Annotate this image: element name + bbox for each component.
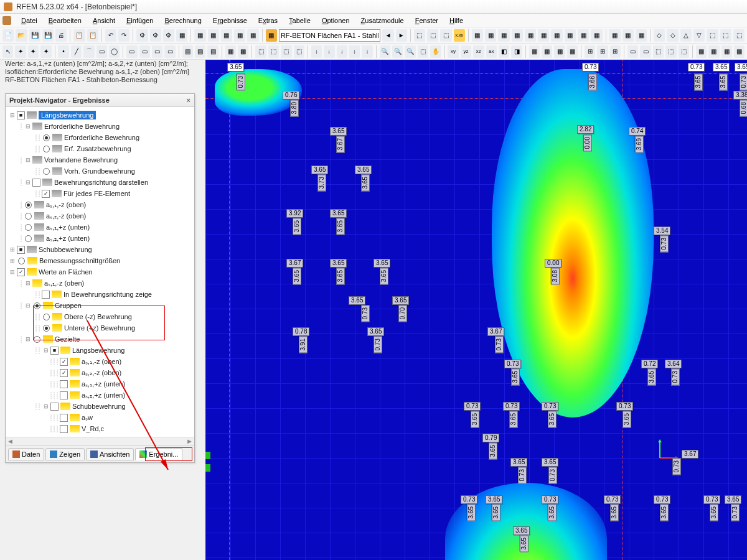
menu-bearbeiten[interactable]: Bearbeiten	[44, 16, 87, 26]
close-icon[interactable]: ×	[187, 96, 190, 104]
tb2-ax2[interactable]: yz	[461, 45, 471, 58]
tb2-p4[interactable]: ▦	[734, 45, 745, 58]
tb-view2[interactable]: ▦	[208, 29, 219, 42]
tb2-pan[interactable]: ✋	[430, 45, 441, 58]
tb2-t[interactable]: ⬚	[268, 45, 279, 58]
tb-prev[interactable]: ◄	[382, 29, 393, 42]
tb-print[interactable]: 🖨	[55, 29, 67, 42]
tree-bew-richt[interactable]: Bewehrungsrichtung darstellen	[54, 179, 148, 186]
tb2-q[interactable]: ▦	[225, 45, 236, 58]
tb-t5[interactable]: ⬚	[707, 29, 718, 42]
tb-r10[interactable]: ▦	[591, 29, 602, 42]
menu-zusatzmodule[interactable]: Zusatzmodule	[356, 16, 409, 26]
menu-ergebnisse[interactable]: Ergebnisse	[208, 16, 252, 26]
tb2-o2[interactable]: ▭	[640, 45, 651, 58]
tb-t2[interactable]: ◇	[667, 29, 678, 42]
tree-erf-bew2[interactable]: Erforderliche Bewehrung	[64, 134, 139, 141]
tb2-p[interactable]: ▤	[207, 45, 218, 58]
tb2-n[interactable]: ▤	[182, 45, 193, 58]
tb2-w[interactable]: ↓	[311, 45, 322, 58]
tb2-l[interactable]: ▭	[152, 45, 162, 58]
tree-vorh-grund[interactable]: Vorh. Grundbewehrung	[64, 167, 135, 175]
tb2-d[interactable]: ✦	[40, 45, 51, 58]
tb-mod-icon[interactable]: ▦	[266, 29, 277, 42]
tb2-o[interactable]: ▤	[195, 45, 205, 58]
tb2-z[interactable]: ↓	[349, 45, 360, 58]
tb2-i[interactable]: ◯	[109, 45, 120, 58]
tb-calc3[interactable]: ⚙	[163, 29, 174, 42]
tab-zeigen[interactable]: Zeigen	[45, 448, 85, 460]
tree-schub[interactable]: Schubbewehrung	[39, 246, 92, 253]
menu-berechnung[interactable]: Berechnung	[159, 16, 206, 26]
tb2-zoom3[interactable]: 🔍	[405, 45, 415, 58]
tb-view3[interactable]: ▦	[221, 29, 232, 42]
tree-erf-zusatz[interactable]: Erf. Zusatzbewehrung	[64, 145, 131, 152]
tb-save[interactable]: 💾	[29, 29, 40, 42]
tb-s3[interactable]: ▦	[636, 29, 647, 42]
tree-laengs[interactable]: Längsbewehrung	[39, 111, 96, 119]
tb-view5[interactable]: ▦	[247, 29, 258, 42]
tb-r9[interactable]: ▦	[578, 29, 589, 42]
menu-fenster[interactable]: Fenster	[410, 16, 443, 26]
tab-daten[interactable]: Daten	[8, 448, 44, 460]
tb-xyz[interactable]: x.xx	[454, 29, 465, 42]
tb2-ax3[interactable]: xz	[473, 45, 484, 58]
tree-fe-elem[interactable]: Für jedes FE-Element	[63, 190, 130, 197]
checkbox[interactable]: ■	[17, 111, 25, 119]
tree-bemess[interactable]: Bemessungsschnittgrößen	[39, 257, 120, 264]
tb2-r[interactable]: ▦	[238, 45, 248, 58]
scroll-left-icon[interactable]: ◄	[7, 437, 14, 446]
tree-a2zu[interactable]: aₛ,₂,+z (unten)	[46, 235, 90, 243]
menu-datei[interactable]: Datei	[16, 16, 42, 26]
tb2-o4[interactable]: ⬚	[665, 45, 676, 58]
tb2-c[interactable]: ✦	[28, 45, 39, 58]
tb-3d2[interactable]: ⬚	[427, 29, 438, 42]
menu-einfuegen[interactable]: Einfügen	[121, 16, 158, 26]
tb2-n2[interactable]: ⊞	[597, 45, 608, 58]
tb2-n1[interactable]: ⊞	[585, 45, 595, 58]
radio[interactable]	[43, 134, 50, 141]
menu-tabelle[interactable]: Tabelle	[284, 16, 316, 26]
tree-vorh[interactable]: Vorhandene Bewehrung	[44, 156, 118, 164]
tree-erf-bew[interactable]: Erforderliche Bewehrung	[44, 123, 120, 130]
tb-r8[interactable]: ▦	[565, 29, 576, 42]
tree-werte[interactable]: Werte an Flächen	[39, 268, 93, 276]
tb2-m3[interactable]: ▦	[554, 45, 565, 58]
tb2-zoom2[interactable]: 🔍	[392, 45, 403, 58]
menu-optionen[interactable]: Optionen	[317, 16, 355, 26]
tb2-x[interactable]: ↓	[324, 45, 334, 58]
tb2-j[interactable]: ▭	[126, 45, 137, 58]
tb-3d1[interactable]: ⬚	[414, 29, 425, 42]
tb2-ax1[interactable]: xy	[448, 45, 458, 58]
tb2-b[interactable]: ✦	[15, 45, 26, 58]
tb2-aa[interactable]: ↓	[362, 45, 372, 58]
tb2-o3[interactable]: ⬚	[653, 45, 664, 58]
tb-r4[interactable]: ▦	[512, 29, 523, 42]
tb-r3[interactable]: ▦	[498, 29, 509, 42]
tb2-ax4[interactable]: ax	[486, 45, 497, 58]
tree-a1zo[interactable]: aₛ,₁,-z (oben)	[46, 201, 86, 209]
tb2-ax6[interactable]: ◨	[511, 45, 522, 58]
tb-calc2[interactable]: ⚙	[150, 29, 161, 42]
tb2-v[interactable]: ⬚	[294, 45, 304, 58]
tb-t1[interactable]: ◇	[654, 29, 665, 42]
tb-calc4[interactable]: ▦	[176, 29, 187, 42]
tb2-m[interactable]: ▭	[164, 45, 175, 58]
tb-t6[interactable]: ⬚	[720, 29, 731, 42]
tb2-n3[interactable]: ⊞	[610, 45, 621, 58]
tb-s1[interactable]: ▦	[609, 29, 620, 42]
tb2-s[interactable]: ⬚	[255, 45, 266, 58]
tb-next[interactable]: ►	[396, 29, 407, 42]
tb-3d3[interactable]: ⬚	[440, 29, 451, 42]
tb2-y[interactable]: ↓	[337, 45, 347, 58]
collapse-icon[interactable]: ⊟	[8, 112, 17, 118]
tb2-g[interactable]: ⌒	[83, 45, 94, 58]
tb-view1[interactable]: ▦	[194, 29, 205, 42]
scroll-right-icon[interactable]: ►	[186, 437, 193, 446]
tb-open[interactable]: 📂	[16, 29, 27, 42]
tb2-a[interactable]: ↖	[2, 45, 13, 58]
tb2-k[interactable]: ▭	[139, 45, 150, 58]
tb-t3[interactable]: △	[680, 29, 692, 42]
tb2-m1[interactable]: ▦	[529, 45, 540, 58]
tb-r1[interactable]: ▦	[472, 29, 483, 42]
